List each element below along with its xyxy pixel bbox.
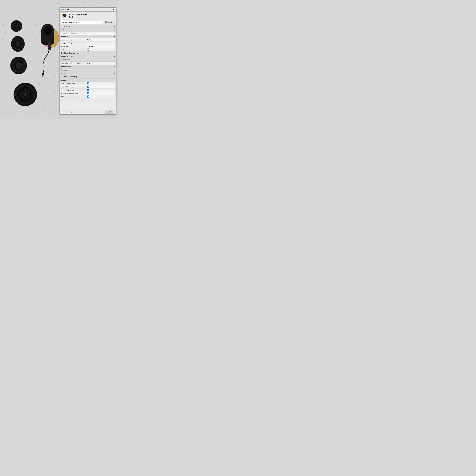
panel-footer: Properties help Apply	[60, 109, 116, 114]
utility-checkbox[interactable]	[87, 49, 89, 51]
prop-number-of-poles: Number of Poles	[60, 41, 116, 45]
connector-voltage-input[interactable]	[87, 39, 114, 41]
panel-titlebar: Properties ×	[60, 8, 116, 12]
properties-help-link[interactable]: Properties help	[61, 111, 72, 113]
type-selector-row: Electrical Equipment (1) Edit Type	[60, 20, 116, 25]
apply-button[interactable]: Apply	[104, 110, 114, 114]
prop-grip	[115, 62, 116, 65]
section-electrical-circuiting[interactable]: Electrical - Circuiting »	[60, 75, 116, 79]
svg-rect-47	[64, 16, 64, 18]
text-toggle: ^	[114, 29, 115, 31]
prop-grip	[115, 92, 116, 95]
properties-panel: Properties × RD_Hair Dryer Holder Black …	[60, 7, 116, 115]
diffuser-attachment-checkbox[interactable]	[87, 82, 89, 85]
item-name: RD_Hair Dryer Holder Black	[68, 13, 111, 18]
close-button[interactable]: ×	[112, 8, 115, 11]
prop-nozze-1: Nozze Attachment 1	[60, 85, 116, 88]
svg-rect-48	[105, 22, 106, 22]
svg-rect-50	[105, 22, 106, 23]
round-nozze-checkbox[interactable]	[87, 92, 89, 94]
svg-point-46	[63, 14, 66, 16]
section-general[interactable]: General »	[60, 72, 116, 75]
prop-grip	[115, 45, 116, 48]
edit-type-icon	[105, 21, 107, 23]
power-factor-input[interactable]	[87, 46, 114, 47]
nozze-1-checkbox[interactable]	[87, 86, 89, 88]
prop-power-factor: Power Factor	[60, 45, 116, 48]
connector-description-input[interactable]	[87, 32, 114, 34]
visibility-toggle: ^	[114, 79, 115, 81]
section-text[interactable]: Text ^	[60, 28, 116, 32]
prop-connector-description: Connector Description	[60, 32, 116, 35]
section-phasing[interactable]: Phasing »	[60, 68, 116, 72]
section-dimensions[interactable]: Dimensions ^	[60, 58, 116, 62]
section-visibility[interactable]: Visibility ^	[60, 79, 116, 82]
svg-rect-49	[106, 22, 107, 22]
prop-grip	[115, 32, 116, 35]
phasing-toggle: »	[114, 69, 115, 71]
prop-grip	[115, 48, 116, 51]
nozze-2-checkbox[interactable]	[87, 89, 89, 91]
prop-wire: Wire	[60, 95, 116, 98]
panel-bottom-space	[60, 98, 116, 103]
prop-nozze-2: Nozze Attachment 2	[60, 88, 116, 92]
section-electrical-loads[interactable]: Electrical - Loads »	[60, 55, 116, 58]
prop-utility: Utility	[60, 48, 116, 51]
electrical-circuiting-toggle: »	[114, 76, 115, 78]
prop-grip	[115, 88, 116, 92]
prop-diffuser-attachment: Diffuser Attachment	[60, 82, 116, 85]
electrical-toggle: ^	[114, 35, 115, 38]
prop-grip	[115, 82, 116, 85]
prop-round-nozze: Round Nozze Attachment	[60, 92, 116, 95]
electrical-engineering-toggle: »	[114, 52, 115, 54]
electrical-loads-toggle: »	[114, 55, 115, 58]
section-constraints[interactable]: Constraints »	[60, 25, 116, 28]
prop-connector-voltage: Connector Voltage	[60, 38, 116, 41]
prop-grip	[115, 85, 116, 88]
section-identity-data[interactable]: Identity Data »	[60, 65, 116, 68]
item-icon	[61, 13, 67, 19]
prop-grip	[115, 41, 116, 45]
section-electrical-engineering[interactable]: Electrical Engineering »	[60, 51, 116, 55]
item-dropdown-arrow[interactable]: ▾	[113, 15, 115, 17]
panel-content[interactable]: Constraints » Text ^ Connector Descripti…	[60, 25, 116, 109]
item-header: RD_Hair Dryer Holder Black ▾	[60, 12, 116, 20]
number-of-poles-input[interactable]	[87, 42, 114, 44]
prop-wall-displacement: Wall Displacement Hair Dr...	[60, 62, 116, 65]
section-electrical[interactable]: Electrical ^	[60, 35, 116, 38]
svg-rect-51	[106, 22, 107, 23]
dimensions-toggle: ^	[114, 59, 115, 61]
general-toggle: »	[114, 72, 115, 74]
identity-data-toggle: »	[114, 65, 115, 68]
constraints-toggle: »	[114, 25, 115, 28]
panel-title: Properties	[61, 8, 70, 11]
type-select[interactable]: Electrical Equipment (1)	[61, 21, 103, 24]
wire-checkbox[interactable]	[87, 96, 89, 98]
edit-type-button[interactable]: Edit Type	[104, 21, 115, 24]
wall-displacement-input[interactable]	[87, 62, 114, 64]
prop-grip	[115, 38, 116, 41]
prop-grip	[115, 95, 116, 98]
